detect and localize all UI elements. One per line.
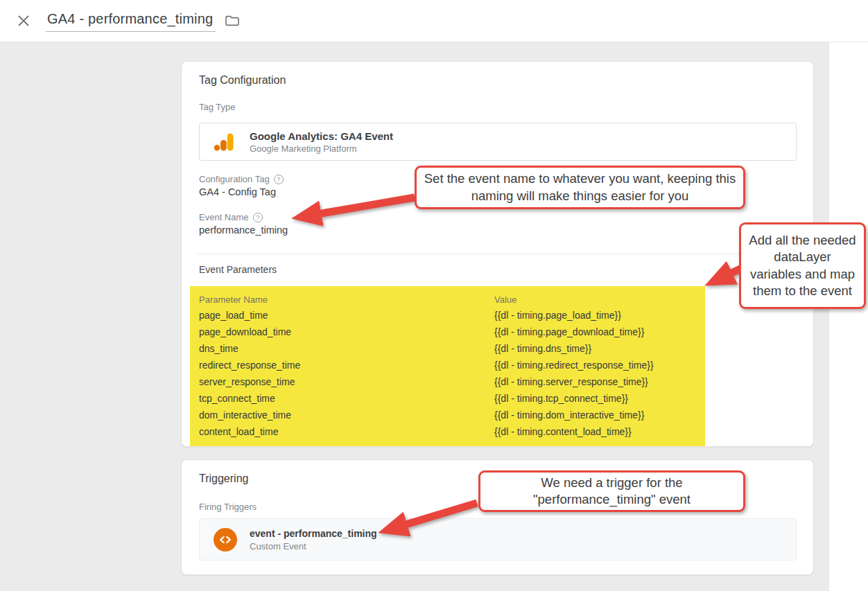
close-icon	[17, 14, 31, 28]
custom-event-icon	[214, 528, 237, 552]
tag-type-vendor: Google Marketing Platform	[250, 143, 393, 154]
param-name: page_load_time	[199, 310, 494, 321]
annotation-trigger: We need a trigger for the "performance_t…	[478, 470, 745, 512]
param-name: redirect_response_time	[199, 360, 494, 371]
param-row: dns_time {{dl - timing.dns_time}}	[199, 340, 705, 357]
param-value: {{dl - timing.dom_interactive_time}}	[494, 409, 705, 421]
help-icon[interactable]: ?	[274, 175, 284, 184]
param-value: {{dl - timing.content_load_time}}	[494, 426, 705, 437]
tag-configuration-card[interactable]: Tag Configuration Tag Type Google Analyt…	[181, 61, 814, 447]
event-parameters-label: Event Parameters	[199, 264, 277, 275]
param-value: {{dl - timing.redirect_response_time}}	[494, 360, 705, 371]
annotation-datalayer-variables: Add all the needed dataLayer variables a…	[739, 222, 866, 309]
firing-triggers-label: Firing Triggers	[199, 502, 257, 512]
help-icon[interactable]: ?	[253, 213, 263, 222]
param-row: page_load_time {{dl - timing.page_load_t…	[199, 307, 705, 324]
param-row: page_download_time {{dl - timing.page_do…	[199, 324, 705, 340]
param-value: {{dl - timing.page_load_time}}	[494, 310, 705, 321]
folder-icon	[225, 13, 240, 28]
ga4-logo-icon	[213, 132, 234, 152]
event-name-label: Event Name	[199, 212, 249, 222]
section-divider	[197, 254, 798, 254]
tag-type-selector[interactable]: Google Analytics: GA4 Event Google Marke…	[199, 123, 797, 161]
param-name: dns_time	[199, 343, 494, 354]
param-row: content_load_time {{dl - timing.content_…	[199, 423, 705, 440]
param-value: {{dl - timing.page_download_time}}	[494, 326, 705, 337]
param-name: content_load_time	[199, 426, 494, 437]
param-value: {{dl - timing.tcp_connect_time}}	[494, 393, 705, 404]
close-button[interactable]	[15, 12, 32, 29]
param-row: tcp_connect_time {{dl - timing.tcp_conne…	[199, 390, 705, 407]
trigger-type: Custom Event	[250, 541, 377, 552]
triggering-title: Triggering	[199, 473, 248, 485]
parameters-header-row: Parameter Name Value	[199, 292, 705, 307]
param-value: {{dl - timing.dns_time}}	[494, 343, 705, 354]
event-parameters-table-highlight: Parameter Name Value page_load_time {{dl…	[190, 286, 705, 446]
param-name: tcp_connect_time	[199, 393, 494, 404]
event-name-value: performance_timing	[199, 224, 288, 236]
column-value: Value	[494, 294, 705, 305]
tag-title: GA4 - performance_timing	[47, 11, 213, 26]
param-row: redirect_response_time {{dl - timing.red…	[199, 357, 705, 373]
param-name: page_download_time	[199, 326, 494, 337]
firing-trigger-row[interactable]: event - performance_timing Custom Event	[199, 518, 797, 561]
param-name: server_response_time	[199, 376, 494, 387]
annotation-event-name: Set the event name to whatever you want,…	[415, 166, 745, 209]
titlebar: GA4 - performance_timing	[0, 0, 868, 42]
gtm-tag-editor: GA4 - performance_timing Tag Configurati…	[0, 0, 868, 591]
param-row: server_response_time {{dl - timing.serve…	[199, 373, 705, 390]
param-name: dom_interactive_time	[199, 409, 494, 421]
folder-button[interactable]	[224, 12, 241, 29]
configuration-tag-label: Configuration Tag	[199, 174, 270, 184]
tag-type-name: Google Analytics: GA4 Event	[250, 130, 393, 142]
trigger-name: event - performance_timing	[250, 528, 377, 539]
tag-title-input[interactable]: GA4 - performance_timing	[46, 10, 216, 32]
param-row: dom_interactive_time {{dl - timing.dom_i…	[199, 407, 705, 423]
configuration-tag-value: GA4 - Config Tag	[199, 186, 276, 197]
tag-configuration-title: Tag Configuration	[199, 74, 286, 87]
tag-type-label: Tag Type	[199, 102, 236, 112]
column-parameter-name: Parameter Name	[199, 294, 494, 305]
param-value: {{dl - timing.server_response_time}}	[494, 376, 705, 387]
